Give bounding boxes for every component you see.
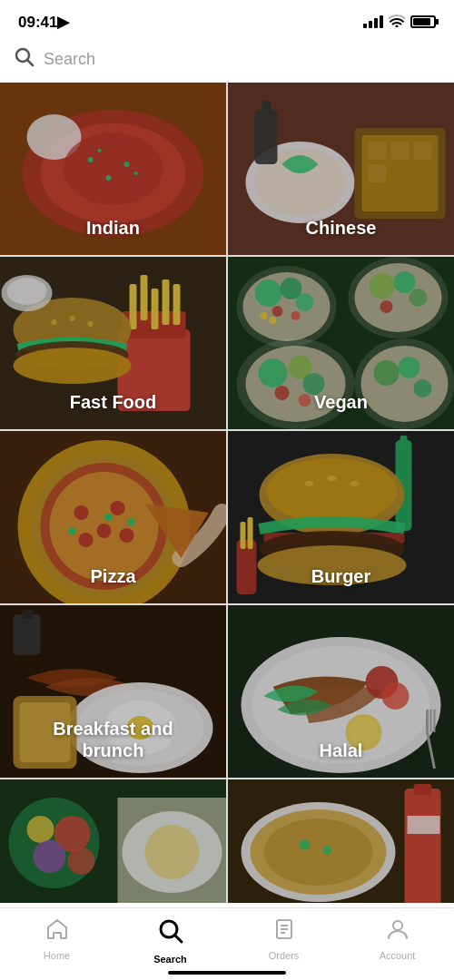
category-overlay (0, 779, 226, 903)
category-item-burger[interactable]: Burger (228, 431, 454, 603)
status-icons (363, 15, 436, 30)
home-indicator (168, 971, 286, 975)
nav-label-search: Search (153, 954, 187, 965)
search-placeholder: Search (44, 50, 95, 69)
nav-label-orders: Orders (269, 950, 300, 961)
category-item-chinese[interactable]: Chinese (228, 83, 454, 255)
status-time: 09:41▶ (18, 13, 69, 32)
bottom-nav: Home Search Orders Acco (0, 907, 454, 980)
category-label-pizza: Pizza (0, 565, 226, 587)
nav-item-account[interactable]: Account (340, 917, 454, 961)
category-label-halal: Halal (228, 740, 454, 761)
nav-item-home[interactable]: Home (0, 917, 114, 961)
nav-item-orders[interactable]: Orders (227, 917, 340, 961)
search-bar-icon (15, 47, 35, 72)
category-item-breakfast[interactable]: Breakfast and brunch (0, 605, 226, 778)
svg-line-1 (27, 60, 33, 65)
category-item-halal[interactable]: Halal (228, 605, 454, 778)
battery-icon (410, 15, 436, 28)
category-item-pizza[interactable]: Pizza (0, 431, 226, 603)
category-overlay (228, 779, 454, 903)
wifi-icon (389, 15, 405, 30)
category-label-vegan: Vegan (228, 391, 454, 413)
svg-line-135 (175, 936, 182, 942)
category-label-indian: Indian (0, 217, 226, 239)
search-icon (157, 917, 184, 950)
orders-icon (272, 917, 296, 946)
category-label-burger: Burger (228, 565, 454, 587)
category-item-extra2[interactable] (228, 779, 454, 903)
category-label-fastfood: Fast Food (0, 391, 226, 413)
status-bar: 09:41▶ (0, 0, 454, 40)
home-icon (45, 917, 69, 946)
category-item-vegan[interactable]: Vegan (228, 257, 454, 429)
category-item-fastfood[interactable]: Fast Food (0, 257, 226, 429)
svg-point-140 (393, 921, 402, 930)
category-item-extra1[interactable] (0, 779, 226, 903)
account-icon (386, 917, 410, 946)
category-item-indian[interactable]: Indian (0, 83, 226, 255)
nav-label-account: Account (380, 950, 416, 961)
nav-label-home: Home (44, 950, 70, 961)
search-bar[interactable]: Search (0, 40, 454, 83)
nav-item-search[interactable]: Search (114, 917, 227, 965)
category-label-chinese: Chinese (228, 217, 454, 239)
category-grid: Indian Chinese (0, 83, 454, 903)
category-label-breakfast: Breakfast and brunch (0, 718, 226, 761)
signal-bars-icon (363, 15, 383, 28)
